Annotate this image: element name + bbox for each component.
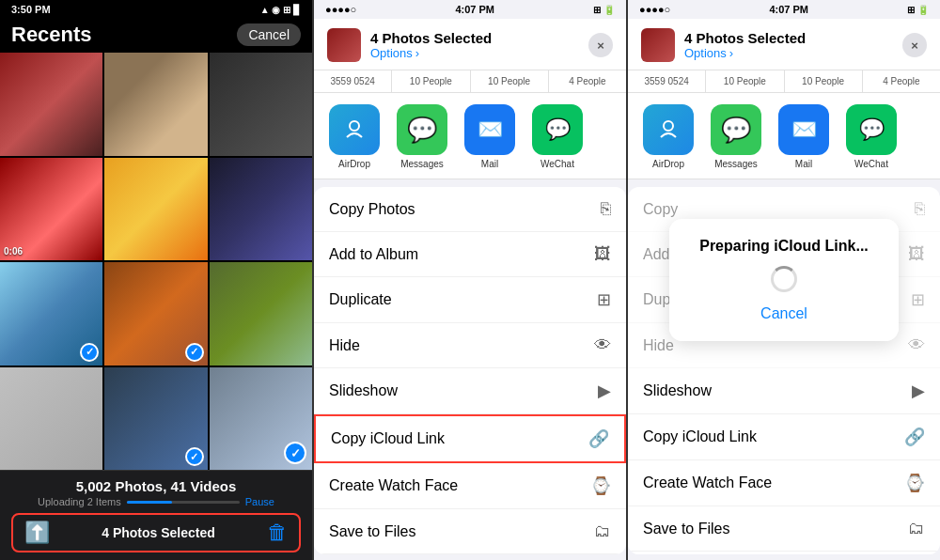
people-row: 3559 0524 10 People 10 People 4 People (314, 70, 626, 93)
icloud-link-icon: 🔗 (588, 428, 609, 449)
app-item-airdrop[interactable]: AirDrop (329, 104, 380, 169)
toolbar-row: ⬆️ 4 Photos Selected 🗑 (11, 513, 301, 552)
action-copy-photos[interactable]: Copy Photos ⎘ (314, 187, 626, 232)
photos-header: Recents Cancel (0, 19, 312, 53)
photo-cell[interactable] (0, 262, 102, 366)
airdrop-label: AirDrop (338, 159, 370, 169)
app-item-mail[interactable]: ✉️ Mail (464, 104, 515, 169)
action-duplicate[interactable]: Duplicate ⊞ (314, 277, 626, 323)
photo-cell[interactable] (104, 262, 207, 366)
action-label: Copy iCloud Link (331, 430, 445, 447)
share-header: 4 Photos Selected Options › × (314, 19, 626, 70)
app-item-wechat[interactable]: 💬 WeChat (532, 104, 583, 169)
action-label: Duplicate (329, 291, 392, 308)
person-chip[interactable]: 10 People (392, 70, 470, 92)
share-title-block: 4 Photos Selected Options › (370, 30, 492, 60)
selected-count: 4 Photos Selected (102, 525, 215, 540)
action-copy-icloud[interactable]: Copy iCloud Link 🔗 (314, 414, 626, 463)
photo-cell[interactable] (210, 262, 312, 366)
duplicate-icon: ⊞ (597, 289, 611, 310)
share-title: 4 Photos Selected (370, 30, 492, 46)
selection-check (80, 343, 99, 362)
status-time-2: 4:07 PM (455, 4, 494, 15)
share-header-left: 4 Photos Selected Options › (327, 28, 492, 62)
status-icons-1: ▲ ◉ ⊞ ▊ (260, 5, 301, 15)
upload-info: 5,002 Photos, 41 Videos Uploading 2 Item… (11, 478, 301, 507)
status-icons-2: ⊞ 🔋 (593, 5, 615, 15)
selection-check (185, 447, 204, 466)
action-slideshow[interactable]: Slideshow ▶ (314, 368, 626, 414)
selection-check (185, 343, 204, 362)
action-label: Create Watch Face (329, 477, 458, 494)
mail-icon: ✉️ (464, 104, 515, 155)
status-bar-1: 3:50 PM ▲ ◉ ⊞ ▊ (0, 0, 312, 19)
panel-share-sheet: ●●●●○ 4:07 PM ⊞ 🔋 4 Photos Selected Opti… (314, 0, 626, 560)
photo-cell[interactable]: 0:06 (0, 158, 102, 261)
chevron-right-icon: › (415, 46, 419, 60)
copy-icon: ⎘ (601, 199, 611, 219)
svg-point-0 (350, 121, 359, 131)
share-button[interactable]: ⬆️ (24, 521, 50, 545)
signal-2: ●●●●○ (325, 4, 356, 15)
progress-bar (127, 501, 240, 504)
action-list: Copy Photos ⎘ Add to Album 🖼 Duplicate ⊞… (314, 187, 626, 554)
status-time-1: 3:50 PM (11, 4, 51, 15)
slideshow-icon: ▶ (598, 381, 611, 401)
action-add-to-album[interactable]: Add to Album 🖼 (314, 232, 626, 277)
selection-check-big (284, 442, 306, 464)
photos-count: 5,002 Photos, 41 Videos (11, 478, 301, 494)
video-duration: 0:06 (4, 246, 23, 257)
close-share-button[interactable]: × (588, 33, 613, 57)
person-chip[interactable]: 3559 0524 (314, 70, 392, 92)
action-create-watch[interactable]: Create Watch Face ⌚ (314, 463, 626, 509)
photo-grid: 0:06 (0, 53, 312, 470)
watch-icon: ⌚ (590, 475, 611, 496)
action-save-files[interactable]: Save to Files 🗂 (314, 509, 626, 554)
uploading-text: Uploading 2 Items (38, 496, 121, 507)
action-hide[interactable]: Hide 👁 (314, 323, 626, 368)
photo-cell[interactable] (104, 367, 207, 471)
app-row: AirDrop 💬 Messages ✉️ Mail 💬 WeChat (314, 93, 626, 179)
loading-spinner (771, 266, 797, 292)
photos-title: Recents (11, 23, 92, 47)
airdrop-icon (329, 104, 380, 155)
action-label: Add to Album (329, 246, 418, 263)
files-icon: 🗂 (594, 521, 611, 541)
bottom-bar: 5,002 Photos, 41 Videos Uploading 2 Item… (0, 470, 312, 560)
preparing-title: Preparing iCloud Link... (699, 238, 869, 255)
panel-photos: 3:50 PM ▲ ◉ ⊞ ▊ Recents Cancel 0:06 (0, 0, 312, 560)
photo-cell[interactable] (0, 367, 102, 471)
delete-button[interactable]: 🗑 (267, 521, 288, 545)
photo-cell[interactable] (0, 53, 102, 156)
action-label: Slideshow (329, 382, 398, 399)
preparing-cancel-button[interactable]: Cancel (760, 305, 807, 322)
person-chip[interactable]: 4 People (549, 70, 626, 92)
share-thumbnail (327, 28, 361, 62)
action-label: Save to Files (329, 523, 415, 540)
progress-fill (127, 501, 172, 504)
wechat-icon: 💬 (532, 104, 583, 155)
hide-icon: 👁 (594, 335, 611, 355)
photo-cell[interactable] (210, 367, 312, 471)
app-item-messages[interactable]: 💬 Messages (397, 104, 447, 169)
messages-label: Messages (400, 159, 444, 169)
photo-cell[interactable] (104, 158, 207, 261)
action-label: Copy Photos (329, 201, 415, 218)
share-options-link[interactable]: Options › (370, 46, 492, 60)
upload-progress: Uploading 2 Items Pause (11, 496, 301, 507)
preparing-overlay: Preparing iCloud Link... Cancel (628, 0, 940, 560)
photo-cell[interactable] (210, 53, 312, 156)
photo-cell[interactable] (210, 158, 312, 261)
cancel-button[interactable]: Cancel (237, 23, 301, 46)
action-label: Hide (329, 337, 360, 354)
person-chip[interactable]: 10 People (471, 70, 549, 92)
wechat-label: WeChat (540, 159, 574, 169)
status-bar-2: ●●●●○ 4:07 PM ⊞ 🔋 (314, 0, 626, 19)
preparing-dialog: Preparing iCloud Link... Cancel (669, 219, 899, 341)
pause-link[interactable]: Pause (245, 496, 274, 507)
panel-share-sheet-overlay: ●●●●○ 4:07 PM ⊞ 🔋 4 Photos Selected Opti… (628, 0, 940, 560)
mail-label: Mail (481, 159, 498, 169)
photo-cell[interactable] (104, 53, 207, 156)
messages-icon: 💬 (397, 104, 447, 155)
album-icon: 🖼 (594, 244, 611, 264)
